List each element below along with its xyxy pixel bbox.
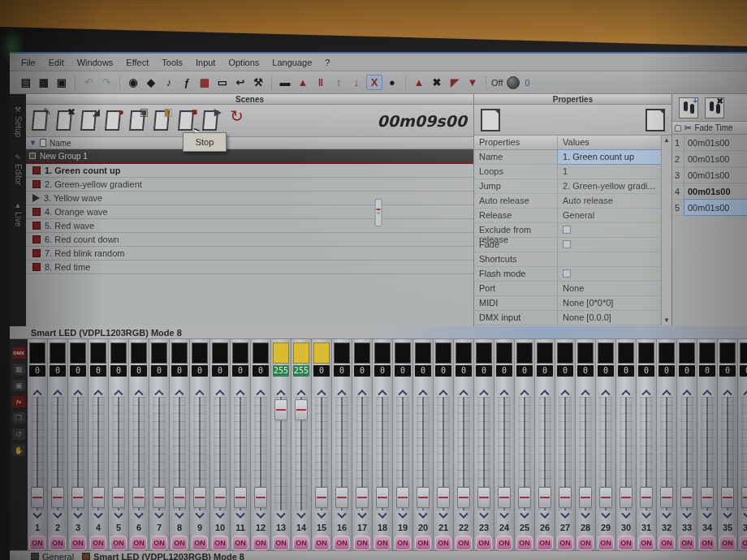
- property-row[interactable]: Shortcuts: [474, 252, 661, 267]
- channel-on-button[interactable]: ON: [110, 536, 127, 550]
- property-row[interactable]: Auto releaseAuto release: [474, 194, 661, 209]
- fader-track[interactable]: [559, 397, 572, 510]
- fader-track[interactable]: [701, 397, 714, 510]
- property-value[interactable]: General: [558, 209, 661, 222]
- fader-track[interactable]: [538, 397, 551, 510]
- menu-item-edit[interactable]: Edit: [42, 58, 71, 67]
- property-value[interactable]: [558, 223, 661, 237]
- step-fade-time[interactable]: 00m01s00: [684, 183, 747, 199]
- group-collapse-icon[interactable]: [29, 153, 36, 159]
- fader-track[interactable]: [417, 397, 430, 510]
- fader-thumb[interactable]: [71, 487, 84, 508]
- chevron-down-icon[interactable]: [494, 510, 514, 521]
- channel-on-button[interactable]: ON: [638, 536, 654, 550]
- chevron-up-icon[interactable]: [535, 386, 555, 397]
- grid-icon[interactable]: ▦: [12, 364, 25, 375]
- audio-icon[interactable]: ♪: [161, 75, 177, 90]
- chevron-up-icon[interactable]: [657, 386, 676, 397]
- trigger-icon[interactable]: ▲: [295, 75, 311, 90]
- step-fade-time[interactable]: 00m01s00: [684, 151, 747, 166]
- dmx-badge-icon[interactable]: DMX: [12, 347, 25, 359]
- sidebar-tab-editor[interactable]: ✎Editor: [14, 153, 23, 185]
- chevron-down-icon[interactable]: [251, 510, 270, 521]
- fader-track[interactable]: [173, 397, 186, 510]
- chevron-up-icon[interactable]: [434, 386, 453, 397]
- fader-thumb[interactable]: [579, 487, 592, 508]
- property-row[interactable]: Flash mode: [474, 267, 661, 282]
- step-row[interactable]: 200m01s00: [672, 151, 747, 167]
- chevron-up-icon[interactable]: [68, 386, 88, 397]
- channel-on-button[interactable]: ON: [719, 536, 736, 550]
- chevron-down-icon[interactable]: [271, 510, 291, 521]
- fader-thumb[interactable]: [274, 399, 287, 420]
- fader-thumb[interactable]: [498, 487, 511, 508]
- channel-on-button[interactable]: ON: [557, 536, 573, 550]
- fader-thumb[interactable]: [214, 487, 227, 508]
- channel-on-button[interactable]: ON: [537, 536, 553, 550]
- fader-track[interactable]: [457, 397, 470, 510]
- fader-track[interactable]: [193, 397, 206, 510]
- display-icon[interactable]: ▣: [12, 380, 25, 391]
- delete-step-icon[interactable]: ✖: [705, 97, 724, 118]
- chevron-up-icon[interactable]: [515, 386, 534, 397]
- chevron-down-icon[interactable]: [555, 510, 575, 521]
- channel-on-button[interactable]: ON: [273, 536, 289, 550]
- fader-track[interactable]: [71, 397, 84, 510]
- play-next-scene-icon[interactable]: ▶: [200, 108, 222, 133]
- crossfade-icon[interactable]: X: [366, 75, 382, 90]
- scene-row[interactable]: 5. Red wave: [26, 219, 473, 233]
- menu-item-language[interactable]: Language: [266, 58, 318, 67]
- menu-item-input[interactable]: Input: [189, 58, 222, 67]
- fader-track[interactable]: [254, 397, 267, 510]
- chevron-down-icon[interactable]: [170, 510, 189, 521]
- fader-thumb[interactable]: [112, 487, 125, 508]
- chevron-down-icon[interactable]: [109, 510, 128, 521]
- chevron-up-icon[interactable]: [210, 386, 230, 397]
- fader-thumb[interactable]: [741, 487, 747, 508]
- step-row[interactable]: 300m01s00: [672, 167, 747, 183]
- chevron-down-icon[interactable]: [190, 510, 209, 521]
- fader-track[interactable]: [92, 397, 105, 510]
- checkbox-unchecked[interactable]: [563, 226, 571, 234]
- menu-item-options[interactable]: Options: [222, 58, 266, 67]
- fader-track[interactable]: [51, 397, 64, 510]
- rename-scene-icon[interactable]: ◢: [78, 108, 100, 133]
- fader-thumb[interactable]: [620, 487, 633, 508]
- chevron-up-icon[interactable]: [271, 386, 291, 397]
- import-scene-icon[interactable]: ◧: [151, 108, 173, 133]
- chevron-down-icon[interactable]: [657, 510, 676, 521]
- fader-thumb[interactable]: [234, 487, 247, 508]
- fader-thumb[interactable]: [254, 487, 267, 508]
- scene-row[interactable]: 4. Orange wave: [26, 205, 473, 219]
- fader-track[interactable]: [477, 397, 490, 510]
- chevron-up-icon[interactable]: [190, 386, 209, 397]
- fader-thumb[interactable]: [437, 487, 450, 508]
- step-fade-time[interactable]: 00m01s00: [684, 135, 747, 150]
- property-row[interactable]: PortNone: [474, 282, 661, 296]
- properties-scrollbar[interactable]: ▲ ≡ ▼: [661, 136, 671, 325]
- channel-on-button[interactable]: ON: [334, 536, 350, 550]
- add-step-icon[interactable]: +: [679, 97, 698, 118]
- checkbox-unchecked[interactable]: [563, 240, 571, 248]
- chevron-down-icon[interactable]: [210, 510, 230, 521]
- chevron-up-icon[interactable]: [393, 386, 412, 397]
- channel-on-button[interactable]: ON: [293, 536, 309, 550]
- channel-on-button[interactable]: ON: [29, 536, 45, 550]
- chevron-down-icon[interactable]: [393, 510, 412, 521]
- fader-thumb[interactable]: [457, 487, 470, 508]
- menu-item-[interactable]: ?: [318, 58, 336, 67]
- channel-on-button[interactable]: ON: [50, 536, 66, 550]
- property-row[interactable]: MIDINone [0*0*0]: [474, 296, 661, 311]
- stop-round-icon[interactable]: ●: [384, 75, 400, 90]
- chevron-down-icon[interactable]: [738, 510, 747, 521]
- stop-scene-icon[interactable]: ■➤: [175, 108, 197, 133]
- scene-row[interactable]: 2. Green-yellow gradient: [26, 178, 473, 192]
- new-file-icon[interactable]: ▤: [18, 75, 34, 90]
- fader-thumb[interactable]: [51, 487, 64, 508]
- pause-icon[interactable]: ‖: [313, 75, 329, 90]
- fader-thumb[interactable]: [315, 487, 328, 508]
- edit-scene-icon[interactable]: [646, 109, 665, 131]
- fader-track[interactable]: [274, 397, 287, 510]
- fader-track[interactable]: [132, 397, 145, 510]
- fader-track[interactable]: [599, 397, 612, 510]
